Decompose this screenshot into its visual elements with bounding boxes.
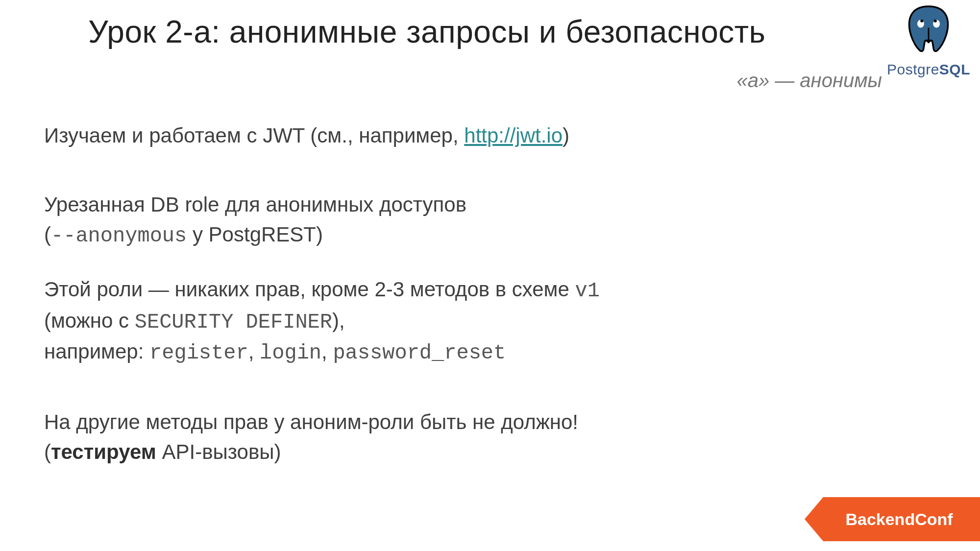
text: ( (44, 440, 51, 463)
text: ) (563, 124, 569, 147)
text: (можно с (44, 309, 135, 332)
code-login: login (260, 341, 321, 365)
elephant-icon (899, 3, 958, 59)
text: например: (44, 340, 149, 363)
text-bold: тестируем (51, 440, 156, 463)
text: Изучаем и работаем с JWT (см., например, (44, 124, 464, 147)
text: у PostgREST) (187, 223, 323, 246)
logo-text-sql: SQL (939, 61, 970, 77)
code-v1: v1 (575, 279, 600, 303)
paragraph-dbrole: Урезанная DB role для анонимных доступов… (44, 190, 936, 251)
text: Этой роли — никаких прав, кроме 2-3 мето… (44, 278, 575, 301)
text: , (248, 340, 260, 363)
code-anonymous: --anonymous (51, 224, 187, 248)
svg-point-0 (920, 20, 923, 23)
code-security-definer: SECURITY DEFINER (135, 311, 332, 334)
text: На другие методы прав у аноним-роли быть… (44, 410, 578, 433)
postgresql-wordmark: PostgreSQL (882, 61, 975, 78)
code-password-reset: password_reset (333, 341, 506, 365)
postgresql-logo: PostgreSQL (882, 3, 975, 78)
slide-title: Урок 2-а: анонимные запросы и безопаснос… (88, 14, 936, 50)
paragraph-jwt: Изучаем и работаем с JWT (см., например,… (44, 121, 936, 151)
slide-body: Изучаем и работаем с JWT (см., например,… (44, 121, 936, 467)
text: , (321, 340, 333, 363)
paragraph-warning: На другие методы прав у аноним-роли быть… (44, 407, 936, 467)
footer-badge: BackendConf (799, 497, 980, 541)
text: API-вызовы) (156, 440, 281, 463)
code-register: register (149, 341, 248, 365)
jwt-link[interactable]: http://jwt.io (464, 124, 563, 147)
slide: PostgreSQL Урок 2-а: анонимные запросы и… (0, 0, 980, 551)
paragraph-roles: Этой роли — никаких прав, кроме 2-3 мето… (44, 275, 936, 369)
svg-point-1 (934, 20, 937, 23)
text: ( (44, 223, 51, 246)
text: Урезанная DB role для анонимных доступов (44, 193, 466, 216)
logo-text-postgre: Postgre (887, 61, 939, 77)
text: ), (332, 309, 345, 332)
slide-subtitle: «а» — анонимы (44, 70, 882, 92)
footer-text: BackendConf (799, 497, 980, 541)
